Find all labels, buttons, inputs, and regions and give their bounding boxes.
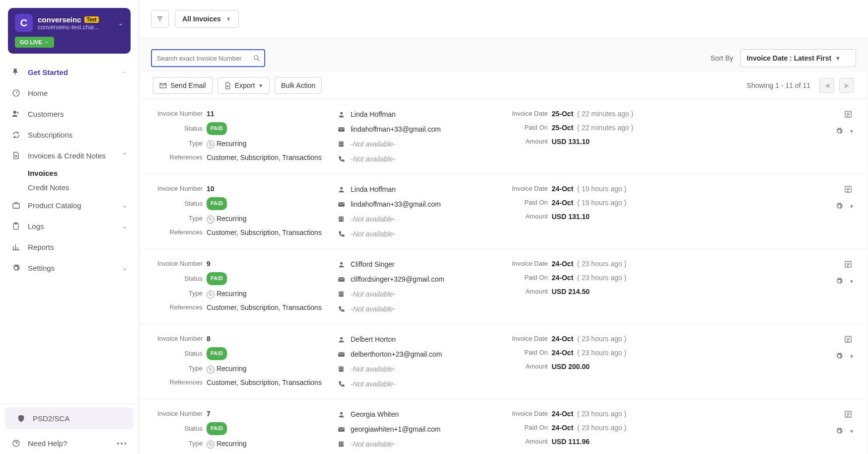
chevron-up-icon: ⌃ [122,151,128,159]
nav-label: Product Catalog [28,201,81,210]
invoice-row[interactable]: Invoice Number8 StatusPAID Type↻ Recurri… [141,324,866,399]
paid-date-ago: ( 23 hours ago ) [578,422,627,433]
export-button[interactable]: Export ▼ [217,77,270,94]
sort-dropdown[interactable]: Invoice Date : Latest First ▼ [740,49,856,67]
field-label: Paid On [506,422,548,433]
field-label: Status [153,423,203,434]
footer-label: PSD2/SCA [33,414,70,423]
nav-sub-invoices[interactable]: Invoices [0,166,139,180]
prev-page-button[interactable]: ◀ [819,78,834,93]
nav-label: Invoices & Credit Notes [28,151,106,160]
org-switcher[interactable]: C converseinc Test converseinc-test.char… [8,8,131,54]
details-icon[interactable] [842,108,854,120]
invoice-list: Invoice Number11 StatusPAID Type↻ Recurr… [139,99,868,454]
nav-logs[interactable]: Logs ⌄ [0,216,139,236]
invoice-number-link[interactable]: 10 [207,183,215,194]
nav-product-catalog[interactable]: Product Catalog ⌄ [0,195,139,216]
nav-label: Settings [28,264,55,272]
svg-rect-28 [342,293,343,294]
nav-reports[interactable]: Reports [0,236,139,257]
footer-psd2[interactable]: PSD2/SCA [5,407,134,429]
invoice-number-link[interactable]: 9 [207,258,211,269]
row-settings-button[interactable] [833,350,845,362]
phone-icon [337,230,346,238]
recurring-icon: ↻ [207,441,215,449]
search-input[interactable] [151,49,265,67]
invoice-row[interactable]: Invoice Number7 StatusPAID Type↻ Recurri… [141,399,866,454]
invoice-date-ago: ( 19 hours ago ) [578,183,627,194]
nav-sub-credit-notes[interactable]: Credit Notes [0,180,139,195]
nav-customers[interactable]: Customers [0,103,139,124]
envelope-icon [337,276,346,283]
clipboard-icon [11,221,21,231]
field-label: Invoice Number [153,108,203,119]
caret-down-icon: ▼ [835,55,841,61]
more-icon[interactable]: ••• [117,439,128,448]
svg-point-1 [13,111,16,114]
customer-name: Georgia Whiten [351,408,399,420]
customer-name: Linda Hoffman [351,183,396,195]
invoice-number-link[interactable]: 8 [207,333,211,344]
next-page-button[interactable]: ▶ [839,78,854,93]
field-label: Type [153,138,203,149]
row-settings-button[interactable] [833,125,845,137]
invoice-row[interactable]: Invoice Number10 StatusPAID Type↻ Recurr… [141,174,866,249]
amount-value: USD 131.10 [552,211,589,222]
view-filter-dropdown[interactable]: All Invoices ▼ [175,10,239,28]
button-label: Export [235,81,255,89]
nav-settings[interactable]: Settings ⌄ [0,257,139,278]
row-settings-button[interactable] [833,425,845,437]
nav-home[interactable]: Home [0,82,139,103]
invoice-row[interactable]: Invoice Number11 StatusPAID Type↻ Recurr… [141,99,866,174]
org-logo: C [15,14,33,32]
status-badge: PAID [207,422,227,435]
details-icon[interactable] [842,258,854,270]
row-settings-button[interactable] [833,200,845,212]
svg-rect-17 [338,202,345,207]
org-domain: converseinc-test.char... [38,24,113,31]
details-icon[interactable] [842,408,854,420]
details-icon[interactable] [842,183,854,195]
chevron-down-icon: ⌄ [118,19,124,27]
svg-point-40 [340,412,343,414]
nav-get-started[interactable]: Get Started → [0,62,139,82]
svg-rect-36 [342,368,343,369]
svg-rect-41 [338,427,345,432]
person-icon [337,336,346,343]
send-email-button[interactable]: Send Email [153,77,213,94]
svg-rect-11 [340,143,341,144]
invoice-number-link[interactable]: 7 [207,408,211,419]
invoice-number-link[interactable]: 11 [207,108,215,119]
field-label: Paid On [506,347,548,358]
status-badge: PAID [207,272,227,285]
type-value: ↻ Recurring [207,213,247,224]
nav-label: Home [28,89,48,97]
field-label: Status [153,273,203,284]
svg-rect-14 [342,144,343,145]
customer-name: Clifford Singer [351,258,394,270]
svg-rect-26 [339,292,343,297]
invoice-row[interactable]: Invoice Number9 StatusPAID Type↻ Recurri… [141,249,866,324]
button-label: Send Email [170,81,206,89]
paid-date-ago: ( 23 hours ago ) [578,272,627,283]
phone-icon [337,155,346,163]
nav-invoices-credit-notes[interactable]: Invoices & Credit Notes ⌃ [0,145,139,166]
amount-value: USD 111.96 [552,436,589,447]
bulk-action-button[interactable]: Bulk Action [275,77,322,94]
footer-help[interactable]: Need Help? ••• [0,432,139,454]
chevron-down-icon: ⌄ [122,222,128,230]
field-label: Status [153,348,203,359]
go-live-button[interactable]: GO LIVE [15,37,54,48]
pin-icon [11,67,21,77]
details-icon[interactable] [842,333,854,345]
row-settings-button[interactable] [833,275,845,287]
field-label: Type [153,213,203,224]
paid-date-ago: ( 22 minutes ago ) [578,122,634,133]
sort-by-label: Sort By [711,54,733,62]
filter-button[interactable] [151,10,169,28]
gear-icon [11,263,21,273]
nav-subscriptions[interactable]: Subscriptions [0,124,139,145]
footer-label: Need Help? [28,439,67,448]
filter-row: Sort By Invoice Date : Latest First ▼ [139,38,868,72]
svg-rect-13 [340,144,341,145]
